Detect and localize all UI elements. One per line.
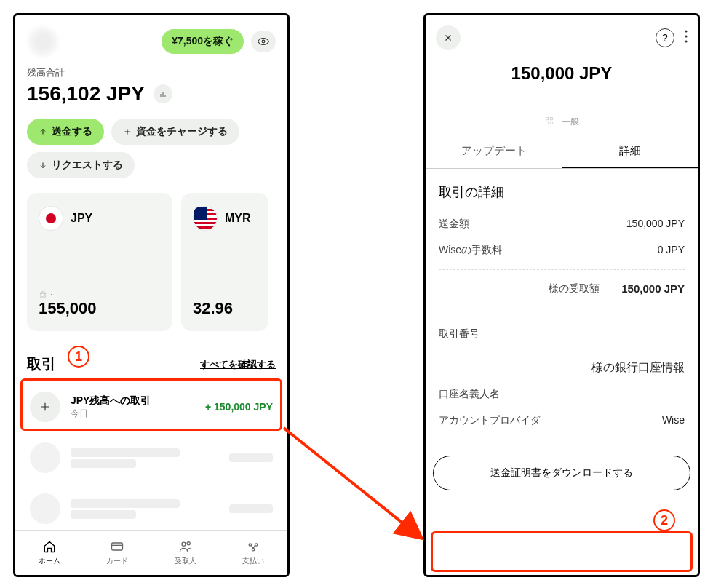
annotation-box-2 [431, 531, 693, 572]
balance-summary: 残高合計 156,102 JPY [15, 63, 287, 114]
tab-updates[interactable]: アップデート [426, 135, 562, 168]
svg-point-6 [252, 549, 255, 551]
svg-rect-11 [550, 117, 553, 120]
avatar[interactable] [27, 25, 59, 57]
row-received: 様の受取額 150,000 JPY [439, 276, 685, 302]
row-label: 口座名義人名 [439, 388, 500, 401]
currency-cards[interactable]: JPY · 155,000 MYR 32.96 [15, 183, 287, 341]
row-value: 0 JPY [658, 244, 685, 257]
nav-label: ホーム [39, 556, 60, 566]
svg-point-9 [685, 40, 687, 42]
svg-point-2 [182, 542, 186, 546]
row-label: Wiseの手数料 [439, 244, 502, 257]
nav-label: 支払い [242, 556, 264, 566]
nav-home[interactable]: ホーム [15, 531, 84, 575]
detail-top-bar: ? [426, 15, 698, 60]
nav-recipients[interactable]: 受取人 [151, 531, 220, 575]
row-value: 150,000 JPY [621, 282, 685, 295]
request-label: リクエストする [52, 159, 123, 172]
currency-amount: 32.96 [193, 299, 257, 318]
segment-label: 一般 [562, 116, 579, 128]
row-fee: Wiseの手数料 0 JPY [439, 237, 685, 263]
top-bar: ¥7,500を稼ぐ [15, 15, 287, 63]
annotation-box-1 [20, 378, 282, 431]
row-account-holder: 口座名義人名 [439, 381, 685, 408]
help-button[interactable]: ? [656, 28, 674, 47]
transaction-detail-screen: ? 150,000 JPY 一般 アップデート 詳細 取引の詳細 送金額 150… [423, 13, 700, 577]
nav-label: カード [106, 556, 128, 566]
send-label: 送金する [52, 125, 92, 138]
bank-icon [39, 290, 47, 298]
balance-label: 残高合計 [27, 66, 276, 79]
more-button[interactable] [685, 30, 688, 46]
bank-info-title: 様の銀行口座情報 [439, 347, 685, 381]
add-funds-label: 資金をチャージする [136, 125, 228, 138]
send-button[interactable]: 送金する [27, 119, 104, 145]
request-button[interactable]: リクエストする [27, 152, 135, 178]
nav-card[interactable]: カード [84, 531, 152, 575]
nav-label: 受取人 [175, 556, 196, 566]
balance-amount: 156,102 JPY [27, 82, 145, 106]
arrow-down-icon [39, 161, 47, 170]
flag-jp-icon [39, 206, 63, 231]
quick-actions: 送金する 資金をチャージする リクエストする [15, 114, 287, 183]
transactions-title: 取引 [27, 354, 56, 374]
tab-details[interactable]: 詳細 [562, 135, 698, 168]
currency-meta: · [39, 289, 161, 299]
detail-body: 取引の詳細 送金額 150,000 JPY Wiseの手数料 0 JPY 様の受… [426, 169, 698, 448]
svg-point-3 [187, 542, 190, 545]
add-funds-button[interactable]: 資金をチャージする [111, 119, 239, 145]
svg-point-0 [262, 40, 265, 43]
grid-icon [544, 116, 554, 128]
nav-payments[interactable]: 支払い [220, 531, 288, 575]
people-icon [178, 539, 193, 554]
currency-code: MYR [225, 212, 251, 225]
annotation-arrow [280, 422, 433, 553]
section-title: 取引の詳細 [439, 183, 685, 201]
currency-code: JPY [71, 212, 92, 225]
detail-tabs: アップデート 詳細 [426, 135, 698, 169]
stats-button[interactable] [154, 84, 172, 103]
row-provider: アカウントプロバイダ Wise [439, 408, 685, 434]
payments-icon [246, 539, 260, 554]
row-txno: 取引番号 [439, 321, 685, 347]
currency-card-jpy[interactable]: JPY · 155,000 [27, 193, 172, 331]
annotation-marker-1: 1 [68, 346, 89, 368]
transaction-row[interactable] [23, 485, 280, 533]
card-icon [110, 539, 124, 554]
home-screen: ¥7,500を稼ぐ 残高合計 156,102 JPY 送金する 資金をチャージす… [13, 13, 290, 577]
bottom-nav: ホーム カード 受取人 支払い [15, 530, 287, 575]
home-icon [42, 539, 57, 554]
row-value: 150,000 JPY [626, 218, 685, 231]
currency-amount: 155,000 [39, 299, 161, 318]
row-label: 様の受取額 [439, 282, 600, 295]
row-sent: 送金額 150,000 JPY [439, 211, 685, 237]
svg-rect-1 [112, 543, 123, 550]
svg-rect-12 [546, 122, 549, 124]
close-button[interactable] [436, 25, 461, 50]
detail-amount: 150,000 JPY [426, 60, 698, 88]
svg-rect-10 [546, 117, 549, 120]
see-all-link[interactable]: すべてを確認する [200, 358, 276, 371]
arrow-up-icon [39, 127, 47, 136]
row-label: アカウントプロバイダ [439, 414, 541, 427]
annotation-marker-2: 2 [653, 509, 675, 531]
chart-icon [159, 90, 167, 98]
row-label: 送金額 [439, 218, 469, 231]
transactions-header: 取引 すべてを確認する [15, 341, 287, 380]
kebab-icon [685, 30, 688, 43]
row-value: Wise [662, 414, 685, 427]
earn-button[interactable]: ¥7,500を稼ぐ [162, 29, 244, 54]
row-label: 取引番号 [439, 327, 479, 341]
transaction-row[interactable] [23, 434, 280, 482]
svg-point-7 [685, 30, 687, 32]
svg-line-14 [284, 428, 422, 539]
flag-my-icon [193, 206, 218, 231]
plus-icon [123, 127, 132, 136]
svg-point-8 [685, 35, 687, 37]
category-segment[interactable]: 一般 [426, 113, 698, 131]
svg-rect-13 [550, 122, 553, 124]
visibility-toggle[interactable] [251, 31, 276, 52]
download-receipt-button[interactable]: 送金証明書をダウンロードする [433, 456, 690, 490]
currency-card-myr[interactable]: MYR 32.96 [181, 193, 268, 331]
